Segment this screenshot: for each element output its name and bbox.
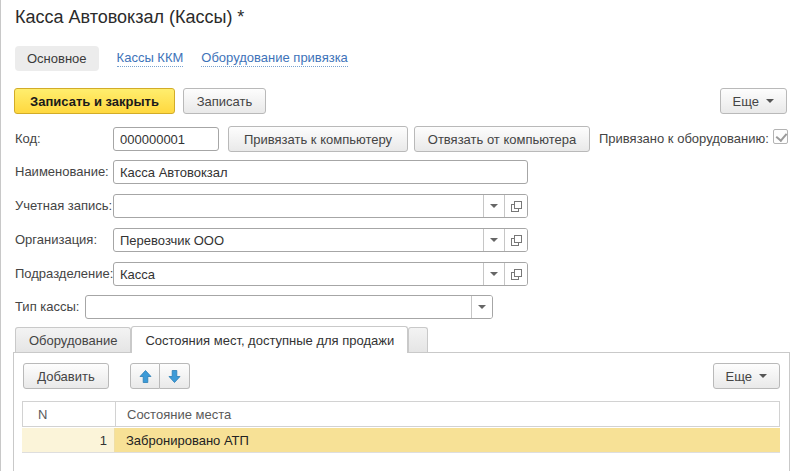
cash-type-label: Тип кассы:: [15, 299, 79, 314]
chevron-down-icon: [478, 305, 486, 309]
department-combo: [113, 262, 528, 286]
tab-seat-states[interactable]: Состояния мест, доступные для продажи: [131, 326, 408, 353]
tab-stub: [408, 327, 428, 352]
organization-input[interactable]: [114, 229, 483, 251]
arrow-up-icon: [139, 370, 152, 383]
page-title: Касса Автовокзал (Кассы) *: [15, 7, 244, 28]
cash-type-input[interactable]: [86, 296, 471, 318]
seat-states-table: N Состояние места 1 Забронировано АТП: [22, 401, 780, 453]
code-input[interactable]: [113, 127, 219, 151]
window: Касса Автовокзал (Кассы) * Основное Касс…: [0, 0, 792, 471]
chevron-down-icon: [759, 374, 767, 378]
bind-to-computer-button[interactable]: Привязать к компьютеру: [228, 126, 408, 152]
tab-oborudovanie-label: Оборудование: [29, 333, 117, 348]
account-dropdown-button[interactable]: [483, 195, 504, 217]
account-label: Учетная запись:: [15, 198, 112, 213]
column-header-n: N: [23, 407, 115, 422]
name-label: Наименование:: [15, 164, 109, 179]
department-label: Подразделение:: [15, 266, 113, 281]
lower-tabbar: Оборудование Состояния мест, доступные д…: [15, 326, 428, 353]
more-button-top[interactable]: Еще: [720, 88, 787, 114]
name-input[interactable]: [113, 160, 528, 184]
tab-oborudovanie-privyazka[interactable]: Оборудование привязка: [201, 50, 348, 67]
chevron-down-icon: [490, 238, 498, 242]
more-button-table[interactable]: Еще: [713, 363, 780, 389]
move-buttons: [130, 363, 190, 389]
nav-tabs: Основное Кассы ККМ Оборудование привязка: [15, 44, 348, 72]
code-label: Код:: [15, 131, 41, 146]
more-button-table-label: Еще: [726, 369, 752, 384]
open-in-window-icon: [511, 235, 522, 246]
chevron-down-icon: [490, 272, 498, 276]
account-open-button[interactable]: [504, 195, 527, 217]
department-open-button[interactable]: [504, 263, 527, 285]
open-in-window-icon: [511, 269, 522, 280]
department-input[interactable]: [114, 263, 483, 285]
bound-to-equipment-checkbox[interactable]: [773, 129, 788, 144]
save-and-close-button[interactable]: Записать и закрыть: [14, 88, 175, 114]
cell-row-number: 1: [22, 428, 114, 452]
tab-kassy-kkm[interactable]: Кассы ККМ: [117, 50, 184, 67]
chevron-down-icon: [766, 99, 774, 103]
account-combo: [113, 194, 528, 218]
cash-type-dropdown-button[interactable]: [471, 296, 492, 318]
arrow-down-icon: [168, 370, 181, 383]
table-header-row: N Состояние места: [22, 401, 780, 427]
cash-type-combo: [85, 295, 493, 319]
organization-dropdown-button[interactable]: [483, 229, 504, 251]
account-input[interactable]: [114, 195, 483, 217]
bound-to-equipment-label: Привязано к оборудованию:: [599, 131, 769, 146]
department-dropdown-button[interactable]: [483, 263, 504, 285]
organization-open-button[interactable]: [504, 229, 527, 251]
save-button[interactable]: Записать: [183, 88, 266, 114]
seat-states-panel: Добавить Еще N Состояние места 1 Заброн: [13, 352, 790, 471]
more-button-top-label: Еще: [733, 94, 759, 109]
tab-osnovnoe[interactable]: Основное: [15, 46, 99, 71]
tab-oborudovanie[interactable]: Оборудование: [15, 327, 131, 352]
tab-seat-states-label: Состояния мест, доступные для продажи: [145, 333, 394, 348]
organization-combo: [113, 228, 528, 252]
add-row-button[interactable]: Добавить: [23, 363, 109, 389]
organization-label: Организация:: [15, 232, 97, 247]
column-header-state: Состояние места: [115, 402, 779, 426]
unbind-from-computer-button[interactable]: Отвязать от компьютера: [414, 126, 590, 152]
table-row[interactable]: 1 Забронировано АТП: [22, 428, 780, 453]
chevron-down-icon: [490, 204, 498, 208]
move-down-button[interactable]: [160, 363, 190, 389]
open-in-window-icon: [511, 201, 522, 212]
move-up-button[interactable]: [130, 363, 160, 389]
cell-seat-state: Забронировано АТП: [114, 428, 780, 452]
